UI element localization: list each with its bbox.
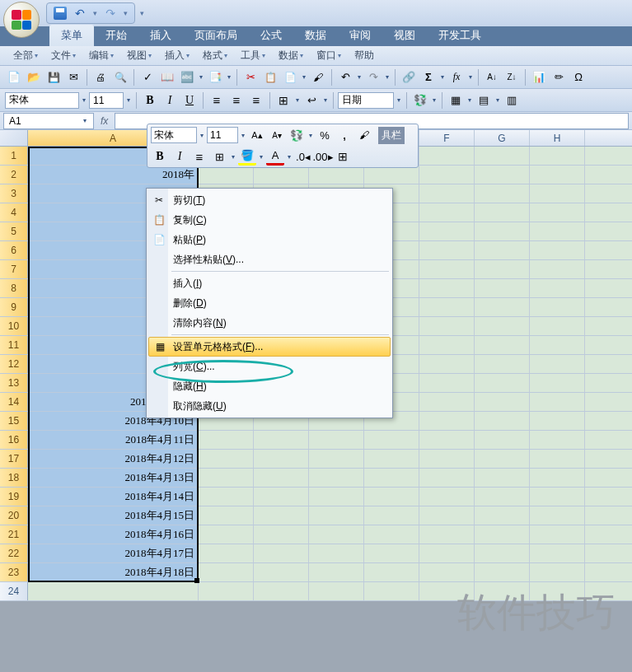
- format-table-icon[interactable]: ▤: [475, 91, 493, 110]
- dropdown-icon[interactable]: ▾: [230, 153, 236, 161]
- row-header[interactable]: 5: [0, 222, 28, 240]
- cell[interactable]: 2018年4月15日: [28, 506, 199, 525]
- cell[interactable]: [199, 506, 254, 525]
- row-header[interactable]: 10: [0, 317, 28, 335]
- ribbon-tab-review[interactable]: 审阅: [338, 25, 382, 46]
- research-icon[interactable]: 📖: [158, 68, 176, 86]
- cell[interactable]: [530, 488, 585, 506]
- cell[interactable]: [199, 582, 254, 600]
- align-center-icon[interactable]: [190, 147, 208, 166]
- menu-tools[interactable]: 工具▾: [234, 47, 272, 64]
- cell[interactable]: [419, 317, 475, 335]
- numfmt-dropdown-icon[interactable]: ▾: [396, 96, 402, 104]
- cell[interactable]: [530, 336, 585, 354]
- wrap-text-icon[interactable]: ↩: [302, 91, 321, 110]
- name-box[interactable]: A1▾: [3, 113, 94, 129]
- row-header[interactable]: 15: [0, 412, 28, 430]
- redo-dropdown-icon[interactable]: ▾: [384, 73, 391, 81]
- bold-icon[interactable]: B: [141, 91, 159, 110]
- merge-center-icon[interactable]: [334, 147, 352, 166]
- cell[interactable]: [419, 222, 475, 240]
- col-header-F[interactable]: F: [419, 130, 475, 146]
- cell[interactable]: [309, 563, 364, 581]
- print-icon[interactable]: [91, 68, 110, 86]
- percent-icon[interactable]: %: [316, 126, 334, 144]
- cell[interactable]: [419, 241, 475, 259]
- shrink-font-icon[interactable]: A▾: [268, 126, 286, 144]
- context-menu-item[interactable]: ▦设置单元格格式(F)...: [148, 337, 391, 357]
- grow-font-icon[interactable]: A▴: [248, 126, 266, 144]
- hyperlink-icon[interactable]: 🔗: [400, 68, 418, 86]
- cell[interactable]: [364, 166, 419, 184]
- merge-dropdown-icon[interactable]: ▾: [294, 96, 301, 104]
- cell[interactable]: [199, 563, 254, 581]
- number-format-combo[interactable]: 日期: [338, 92, 394, 109]
- cell[interactable]: [475, 431, 530, 449]
- cell[interactable]: [419, 166, 475, 184]
- row-header[interactable]: 24: [0, 582, 28, 600]
- mail-icon[interactable]: ✉: [64, 68, 82, 86]
- context-menu-item[interactable]: 取消隐藏(U): [148, 396, 391, 416]
- open-icon[interactable]: [25, 68, 43, 86]
- cell[interactable]: [530, 184, 585, 203]
- italic-icon[interactable]: I: [171, 147, 189, 166]
- cell[interactable]: [364, 450, 419, 468]
- accounting-format-icon[interactable]: 💱: [288, 126, 306, 144]
- undo-icon[interactable]: ↶: [73, 7, 87, 20]
- cell[interactable]: [419, 336, 475, 354]
- cell[interactable]: [254, 431, 309, 449]
- cell[interactable]: [530, 431, 585, 449]
- row-header[interactable]: 11: [0, 336, 28, 354]
- cell[interactable]: [475, 222, 530, 240]
- cell[interactable]: [475, 393, 530, 411]
- cell[interactable]: [254, 544, 309, 562]
- context-menu-item[interactable]: 隐藏(H): [148, 376, 391, 396]
- cell[interactable]: 2018年: [28, 166, 199, 184]
- cell[interactable]: [530, 374, 585, 392]
- cell[interactable]: [419, 298, 475, 316]
- cell[interactable]: [254, 582, 309, 600]
- cell[interactable]: [530, 317, 585, 335]
- cell[interactable]: [419, 260, 475, 278]
- cell[interactable]: [254, 563, 309, 581]
- format-painter-icon[interactable]: [355, 126, 373, 144]
- dropdown-icon[interactable]: ▾: [226, 73, 232, 81]
- align-center-icon[interactable]: [227, 91, 246, 110]
- cell[interactable]: [309, 544, 364, 562]
- ribbon-tab-pagelayout[interactable]: 页面布局: [183, 25, 249, 46]
- cell[interactable]: [419, 184, 475, 203]
- cell[interactable]: [254, 525, 309, 544]
- print-preview-icon[interactable]: [111, 68, 129, 86]
- row-header[interactable]: 18: [0, 469, 28, 487]
- row-header[interactable]: 3: [0, 184, 28, 203]
- menu-help[interactable]: 帮助: [348, 47, 381, 64]
- cell[interactable]: [530, 147, 585, 165]
- comma-icon[interactable]: ,: [335, 126, 353, 144]
- cell[interactable]: 2018年4月14日: [28, 488, 199, 506]
- cell[interactable]: [254, 469, 309, 487]
- cell[interactable]: [28, 582, 199, 600]
- cell[interactable]: [419, 412, 475, 430]
- row-header[interactable]: 21: [0, 525, 28, 544]
- font-color-icon[interactable]: A: [266, 147, 284, 166]
- cell[interactable]: [475, 450, 530, 468]
- row-header[interactable]: 13: [0, 374, 28, 392]
- dropdown-icon[interactable]: ▾: [494, 96, 501, 104]
- paste-icon[interactable]: [281, 68, 299, 86]
- cell[interactable]: [530, 203, 585, 222]
- cell[interactable]: [254, 166, 309, 184]
- italic-icon[interactable]: I: [161, 91, 179, 110]
- office-button[interactable]: [3, 2, 40, 38]
- cut-icon[interactable]: [241, 68, 260, 86]
- save-icon[interactable]: [54, 7, 67, 20]
- cell[interactable]: [475, 147, 530, 165]
- cell[interactable]: [199, 431, 254, 449]
- col-header-G[interactable]: G: [475, 130, 530, 146]
- context-menu-item[interactable]: 插入(I): [148, 273, 391, 293]
- cell[interactable]: [475, 412, 530, 430]
- cell[interactable]: [254, 506, 309, 525]
- cell[interactable]: [364, 431, 419, 449]
- cell[interactable]: [309, 506, 364, 525]
- cell[interactable]: [309, 431, 364, 449]
- ribbon-tab-developer[interactable]: 开发工具: [427, 25, 493, 46]
